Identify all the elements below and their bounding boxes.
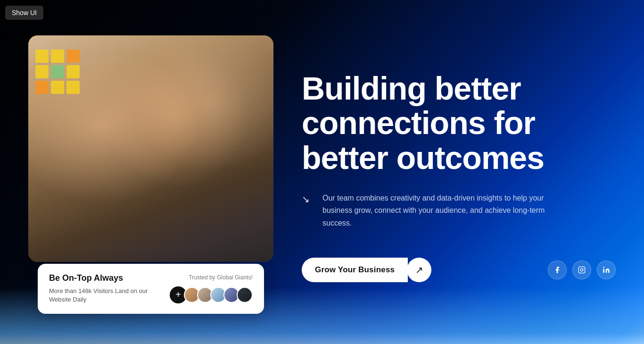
svg-rect-0 [578, 267, 585, 273]
instagram-icon[interactable] [572, 260, 591, 279]
headline-line2: connections for [302, 105, 535, 141]
headline-line1: Building better [302, 70, 521, 106]
info-card: Be On-Top Always More than 148k Visitors… [38, 264, 264, 313]
bottom-row: Grow Your Business ↗ [302, 258, 616, 282]
card-left: Be On-Top Always More than 148k Visitors… [49, 273, 162, 304]
people-bg [28, 35, 273, 262]
svg-point-1 [580, 269, 583, 271]
right-section: Building better connections for better o… [302, 62, 616, 282]
svg-point-2 [583, 268, 584, 268]
card-right: Trusted by Global Giants! + [170, 274, 253, 303]
cta-button[interactable]: Grow Your Business ↗ [302, 258, 431, 282]
subtext-row: ↘ Our team combines creativity and data-… [302, 192, 616, 229]
diagonal-arrow-icon: ↘ [302, 193, 315, 207]
headline-line3: better outcomes [302, 140, 544, 176]
card-description: More than 148k Visitors Land on our Webs… [49, 287, 162, 304]
trusted-text: Trusted by Global Giants! [189, 274, 253, 281]
linkedin-icon[interactable] [597, 260, 616, 279]
left-section: Be On-Top Always More than 148k Visitors… [28, 35, 273, 309]
social-icons [548, 260, 616, 279]
cta-arrow-icon: ↗ [407, 258, 431, 282]
card-title: Be On-Top Always [49, 273, 162, 283]
avatars-row: + [170, 286, 253, 303]
main-content: Be On-Top Always More than 148k Visitors… [0, 0, 644, 344]
cta-label: Grow Your Business [302, 258, 408, 282]
avatar-5 [237, 287, 253, 303]
facebook-icon[interactable] [548, 260, 567, 279]
subtext-paragraph: Our team combines creativity and data-dr… [322, 192, 549, 229]
show-ui-button[interactable]: Show UI [5, 6, 43, 20]
svg-point-3 [603, 267, 604, 268]
headline: Building better connections for better o… [302, 71, 616, 175]
hero-image [28, 35, 273, 262]
